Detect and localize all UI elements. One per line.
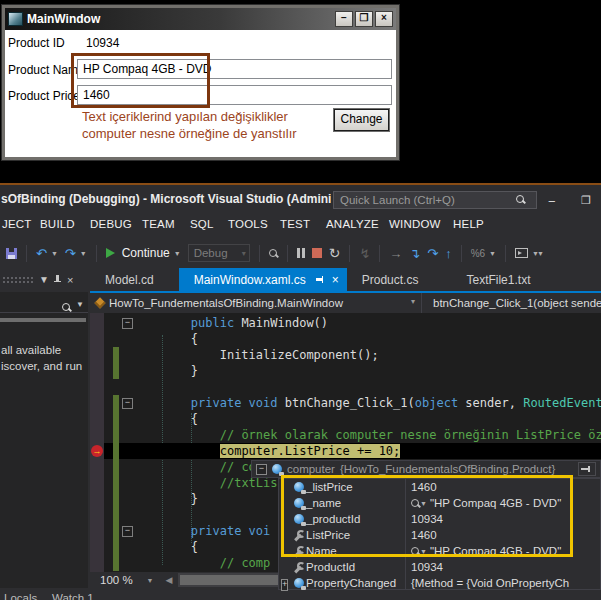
tab-Model.cd[interactable]: Model.cd xyxy=(90,268,169,291)
magnifier-icon[interactable] xyxy=(411,499,420,508)
code-line[interactable]: InitializeComponent(); xyxy=(104,347,601,363)
change-button[interactable]: Change xyxy=(334,109,389,131)
code-line[interactable] xyxy=(104,379,601,395)
class-icon xyxy=(94,297,105,308)
step-pointer-icon[interactable]: → xyxy=(389,247,402,260)
panel-search-box[interactable]: ▼ xyxy=(0,293,88,313)
collapse-icon[interactable]: − xyxy=(256,464,267,475)
find-icon[interactable] xyxy=(269,249,278,258)
search-icon[interactable] xyxy=(516,195,525,204)
bottom-tab-watch1[interactable]: Watch 1 xyxy=(52,592,94,600)
fold-collapse-icon[interactable]: − xyxy=(122,398,133,409)
scroll-left-arrow[interactable]: ◀ xyxy=(166,575,173,585)
code-line[interactable]: private void btnChange_Click_1(object se… xyxy=(104,395,601,411)
continue-dropdown-icon[interactable]: ▼ xyxy=(174,250,181,257)
redo-icon[interactable]: ↷ xyxy=(65,247,76,260)
minimize-button[interactable]: − xyxy=(335,11,353,27)
product-name-input[interactable]: HP Compaq 4GB - DVD xyxy=(77,59,392,79)
code-line[interactable]: { xyxy=(104,411,601,427)
chevron-down-icon[interactable]: ▼ xyxy=(76,300,84,310)
method-dropdown[interactable]: btnChange_Click_1(object sender, RoutedE… xyxy=(422,293,601,313)
breakpoints-window-icon[interactable] xyxy=(515,248,528,258)
magnifier-icon[interactable] xyxy=(411,547,420,556)
zoom-dropdown-icon[interactable]: ▼ xyxy=(147,577,154,584)
datatip-header[interactable]: − computer {HowTo_FundementalsOfBinding.… xyxy=(251,460,601,478)
menu-item-debug[interactable]: DEBUG xyxy=(90,218,132,230)
drag-handle[interactable] xyxy=(2,276,34,285)
datatip-row-ProductId[interactable]: ProductId10934 xyxy=(279,559,600,575)
redo-dropdown-icon[interactable]: ▼ xyxy=(80,250,87,257)
toolbar-overflow-icon[interactable]: ▼▼ xyxy=(532,250,542,257)
breakpoint-current-statement-icon[interactable]: → xyxy=(91,445,103,457)
code-line[interactable]: public MainWindow() xyxy=(104,315,601,331)
fold-collapse-icon[interactable]: − xyxy=(122,318,133,329)
close-button[interactable]: × xyxy=(375,11,393,27)
menu-item-help[interactable]: HELP xyxy=(453,218,484,230)
zoom-level-combo[interactable]: 100 % xyxy=(100,574,133,586)
restart-icon[interactable]: ↻ xyxy=(329,247,341,260)
menu-item-test[interactable]: TEST xyxy=(280,218,310,230)
bottom-tab-locals[interactable]: Locals xyxy=(4,592,37,600)
menu-item-build[interactable]: BUILD xyxy=(40,218,75,230)
close-icon[interactable]: × xyxy=(67,275,73,285)
debug-configuration-combo[interactable]: Debug xyxy=(188,244,250,262)
product-price-input[interactable]: 1460 xyxy=(77,85,392,105)
show-next-statement-icon[interactable]: ↯ xyxy=(359,247,370,260)
tab-close-icon[interactable]: × xyxy=(332,273,339,287)
expand-icon[interactable]: + xyxy=(281,579,288,591)
hex-display-icon[interactable]: %6 xyxy=(471,247,485,260)
class-dropdown[interactable]: HowTo_FundementalsOfBinding.MainWindow xyxy=(90,293,422,313)
field-icon xyxy=(294,482,304,492)
step-out-icon[interactable]: ↑ xyxy=(445,247,452,260)
undo-dropdown-icon[interactable]: ▼ xyxy=(51,250,58,257)
datatip-row-ListPrice[interactable]: ListPrice1460 xyxy=(279,527,600,543)
datatip-row-PropertyChanged[interactable]: +PropertyChanged{Method = {Void OnProper… xyxy=(279,575,600,591)
tab-TextFile1.txt[interactable]: TextFile1.txt xyxy=(451,268,545,291)
hex-dropdown-icon[interactable]: ▼ xyxy=(489,250,496,257)
code-line[interactable]: // örnek olarak computer nesne örneğinin… xyxy=(104,427,601,443)
datatip-row-_name[interactable]: _name▼"HP Compaq 4GB - DVD" xyxy=(279,495,600,511)
tab-Product.cs[interactable]: Product.cs xyxy=(347,268,434,291)
datatip-row-Name[interactable]: Name▼"HP Compaq 4GB - DVD" xyxy=(279,543,600,559)
continue-button[interactable]: Continue xyxy=(122,246,170,260)
datatip-row-_productId[interactable]: _productId10934 xyxy=(279,511,600,527)
pin-icon[interactable] xyxy=(54,275,62,286)
pin-to-source-icon[interactable] xyxy=(578,462,596,476)
note-text: Text içeriklerind yapılan değişiklikler … xyxy=(82,108,297,142)
search-icon[interactable] xyxy=(62,303,71,312)
step-into-icon[interactable]: ↴ xyxy=(409,247,420,260)
tab-MainWindow.xaml.cs[interactable]: MainWindow.xaml.cs× xyxy=(179,268,347,291)
undo-icon[interactable]: ↶ xyxy=(36,247,47,260)
prop-icon xyxy=(294,546,305,557)
visualizer-dropdown-icon[interactable]: ▼ xyxy=(420,500,427,507)
menu-item-sql[interactable]: SQL xyxy=(190,218,214,230)
stop-debugging-icon[interactable] xyxy=(312,248,322,258)
vs-minimize-button[interactable]: − xyxy=(548,195,556,208)
code-line[interactable]: computer.ListPrice += 10; xyxy=(104,443,601,459)
step-over-icon[interactable]: ↷ xyxy=(427,247,438,260)
glyph-margin[interactable] xyxy=(90,313,104,572)
continue-icon[interactable] xyxy=(106,248,115,258)
save-icon[interactable] xyxy=(6,248,17,259)
vs-maximize-button[interactable]: ❐ xyxy=(581,194,591,207)
menu-item-team[interactable]: TEAM xyxy=(142,218,175,230)
quick-launch-input[interactable]: Quick Launch (Ctrl+Q) xyxy=(333,191,537,209)
chevron-down-icon[interactable]: ▼ xyxy=(39,275,49,285)
panel-scrollbar[interactable] xyxy=(0,318,86,322)
maximize-button[interactable]: ❐ xyxy=(355,11,373,27)
tab-pin-icon[interactable] xyxy=(316,275,326,284)
app-icon xyxy=(8,12,23,26)
tool-window-titlebar[interactable]: ▼ × xyxy=(0,268,88,292)
menu-item-analyze[interactable]: ANALYZE xyxy=(326,218,379,230)
code-line[interactable]: { xyxy=(104,331,601,347)
break-all-icon[interactable] xyxy=(297,248,305,258)
fold-collapse-icon[interactable]: − xyxy=(122,526,133,537)
panel-text-line2: iscover, and run xyxy=(1,358,82,374)
visualizer-dropdown-icon[interactable]: ▼ xyxy=(420,548,427,555)
menu-item-ject[interactable]: JECT xyxy=(2,218,32,230)
wpf-titlebar[interactable]: MainWindow − ❐ × xyxy=(5,8,396,30)
datatip-row-_listPrice[interactable]: _listPrice1460 xyxy=(279,479,600,495)
menu-item-tools[interactable]: TOOLS xyxy=(228,218,268,230)
code-line[interactable]: } xyxy=(104,363,601,379)
menu-item-window[interactable]: WINDOW xyxy=(389,218,441,230)
